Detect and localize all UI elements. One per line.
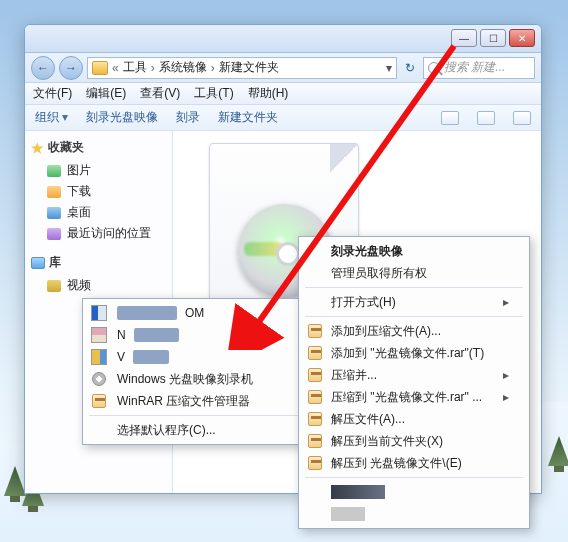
- refresh-button[interactable]: ↻: [401, 61, 419, 75]
- nav-recent[interactable]: 最近访问的位置: [31, 223, 166, 244]
- winrar-icon: [92, 394, 106, 408]
- open-with-submenu: xxxxxxxxxxOM Nxxxx xxx Vxxxxxx Windows 光…: [82, 298, 308, 445]
- ctx-open-with[interactable]: 打开方式(H): [301, 291, 527, 313]
- openwith-windows-burner[interactable]: Windows 光盘映像刻录机: [85, 368, 305, 390]
- nav-desktop[interactable]: 桌面: [31, 202, 166, 223]
- tool-burn-image[interactable]: 刻录光盘映像: [86, 109, 158, 126]
- openwith-item-2[interactable]: Nxxxx xxx: [85, 324, 305, 346]
- pictures-icon: [47, 165, 61, 177]
- nav-row: ← → « 工具› 系统镜像› 新建文件夹 ▾ ↻ 搜索 新建...: [25, 53, 541, 83]
- redacted-label: [331, 485, 385, 499]
- nav-pictures[interactable]: 图片: [31, 160, 166, 181]
- tool-organize[interactable]: 组织: [35, 109, 68, 126]
- favorites-header[interactable]: ★收藏夹: [31, 139, 166, 156]
- preview-pane-icon[interactable]: [477, 111, 495, 125]
- openwith-item-1[interactable]: xxxxxxxxxxOM: [85, 302, 305, 324]
- menu-tools[interactable]: 工具(T): [194, 85, 233, 102]
- menu-help[interactable]: 帮助(H): [248, 85, 289, 102]
- search-icon: [428, 62, 440, 74]
- menu-bar: 文件(F) 编辑(E) 查看(V) 工具(T) 帮助(H): [25, 83, 541, 105]
- openwith-winrar[interactable]: WinRAR 压缩文件管理器: [85, 390, 305, 412]
- close-button[interactable]: ✕: [509, 29, 535, 47]
- video-icon: [47, 280, 61, 292]
- search-placeholder: 搜索 新建...: [444, 59, 505, 76]
- crumb-3[interactable]: 新建文件夹: [219, 59, 279, 76]
- nav-downloads[interactable]: 下载: [31, 181, 166, 202]
- redacted-label: [331, 507, 365, 521]
- addr-dropdown[interactable]: ▾: [386, 61, 392, 75]
- view-mode-icon[interactable]: [441, 111, 459, 125]
- ctx-more-2[interactable]: [301, 503, 527, 525]
- ctx-burn-disc-image[interactable]: 刻录光盘映像: [301, 240, 527, 262]
- winrar-icon: [308, 346, 322, 360]
- ctx-add-to-archive[interactable]: 添加到压缩文件(A)...: [301, 320, 527, 342]
- libraries-icon: [31, 257, 45, 269]
- libraries-header[interactable]: 库: [31, 254, 166, 271]
- folder-icon: [92, 61, 108, 75]
- ctx-compress-and[interactable]: 压缩并...: [301, 364, 527, 386]
- app-icon: [91, 327, 107, 343]
- titlebar: — ☐ ✕: [25, 25, 541, 53]
- winrar-icon: [308, 434, 322, 448]
- tool-burn[interactable]: 刻录: [176, 109, 200, 126]
- desktop-icon: [47, 207, 61, 219]
- menu-view[interactable]: 查看(V): [140, 85, 180, 102]
- search-input[interactable]: 搜索 新建...: [423, 57, 535, 79]
- forward-button[interactable]: →: [59, 56, 83, 80]
- disc-burner-icon: [92, 372, 106, 386]
- menu-file[interactable]: 文件(F): [33, 85, 72, 102]
- menu-edit[interactable]: 编辑(E): [86, 85, 126, 102]
- openwith-item-3[interactable]: Vxxxxxx: [85, 346, 305, 368]
- ctx-add-to-named-rar[interactable]: 添加到 "光盘镜像文件.rar"(T): [301, 342, 527, 364]
- winrar-icon: [308, 324, 322, 338]
- address-bar[interactable]: « 工具› 系统镜像› 新建文件夹 ▾: [87, 57, 397, 79]
- ctx-take-ownership[interactable]: 管理员取得所有权: [301, 262, 527, 284]
- toolbar: 组织 刻录光盘映像 刻录 新建文件夹: [25, 105, 541, 131]
- app-icon: [91, 305, 107, 321]
- winrar-icon: [308, 412, 322, 426]
- winrar-icon: [308, 390, 322, 404]
- ctx-extract-to-folder[interactable]: 解压到 光盘镜像文件\(E): [301, 452, 527, 474]
- crumb-2[interactable]: 系统镜像: [159, 59, 207, 76]
- nav-videos[interactable]: 视频: [31, 275, 166, 296]
- maximize-button[interactable]: ☐: [480, 29, 506, 47]
- ctx-extract-here[interactable]: 解压到当前文件夹(X): [301, 430, 527, 452]
- star-icon: ★: [31, 140, 44, 156]
- ctx-more-1[interactable]: [301, 481, 527, 503]
- tool-new-folder[interactable]: 新建文件夹: [218, 109, 278, 126]
- openwith-choose-default[interactable]: 选择默认程序(C)...: [85, 419, 305, 441]
- ctx-compress-to[interactable]: 压缩到 "光盘镜像文件.rar" ...: [301, 386, 527, 408]
- app-icon: [91, 349, 107, 365]
- winrar-icon: [308, 456, 322, 470]
- winrar-icon: [308, 368, 322, 382]
- ctx-extract-files[interactable]: 解压文件(A)...: [301, 408, 527, 430]
- minimize-button[interactable]: —: [451, 29, 477, 47]
- download-icon: [47, 186, 61, 198]
- crumb-prefix: «: [112, 61, 119, 75]
- context-menu: 刻录光盘映像 管理员取得所有权 打开方式(H) 添加到压缩文件(A)... 添加…: [298, 236, 530, 529]
- help-icon[interactable]: [513, 111, 531, 125]
- recent-icon: [47, 228, 61, 240]
- crumb-1[interactable]: 工具: [123, 59, 147, 76]
- back-button[interactable]: ←: [31, 56, 55, 80]
